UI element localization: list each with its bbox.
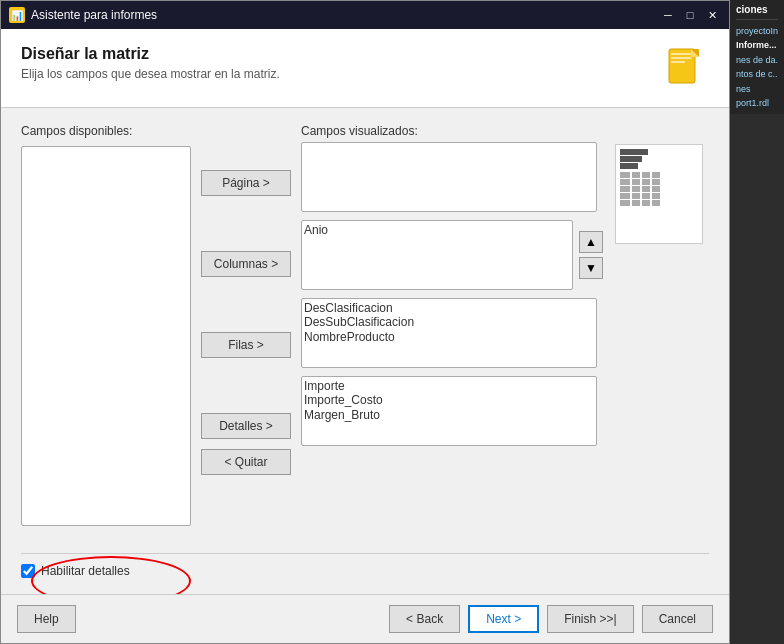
file-icon — [661, 45, 709, 93]
header-text: Diseñar la matriz Elija los campos que d… — [21, 45, 645, 81]
vs-item-2[interactable]: Informe... — [736, 38, 778, 52]
detalles-zone-row: Importe Importe_Costo Margen_Bruto — [301, 376, 609, 446]
vs-item-5[interactable]: nes — [736, 82, 778, 96]
columnas-list[interactable]: Anio — [301, 220, 573, 290]
finish-button[interactable]: Finish >>| — [547, 605, 633, 633]
header-icon-area — [661, 45, 709, 93]
next-button[interactable]: Next > — [468, 605, 539, 633]
filas-arrows — [597, 298, 609, 368]
close-button[interactable]: ✕ — [703, 6, 721, 24]
dialog-title: Asistente para informes — [31, 8, 157, 22]
columnas-up-button[interactable]: ▲ — [579, 231, 603, 253]
filas-list-container: DesClasificacion DesSubClasificacion Nom… — [301, 298, 597, 368]
columnas-arrows: ▲ ▼ — [573, 220, 609, 290]
columnas-zone-row: Anio ▲ ▼ — [301, 220, 609, 290]
dialog-icon: 📊 — [9, 7, 25, 23]
detalles-arrows — [597, 376, 609, 446]
cancel-button[interactable]: Cancel — [642, 605, 713, 633]
detalles-list[interactable]: Importe Importe_Costo Margen_Bruto — [301, 376, 597, 446]
header-section: Diseñar la matriz Elija los campos que d… — [1, 29, 729, 108]
svg-rect-1 — [671, 53, 691, 55]
right-panel: Campos visualizados: Anio — [301, 124, 609, 545]
enable-details-checkbox[interactable] — [21, 564, 35, 578]
filas-zone-row: DesClasificacion DesSubClasificacion Nom… — [301, 298, 609, 368]
svg-rect-2 — [671, 57, 691, 59]
pagina-list[interactable] — [301, 142, 597, 212]
pagina-list-container — [301, 142, 597, 212]
vs-item-6[interactable]: port1.rdl — [736, 96, 778, 110]
footer-right: < Back Next > Finish >>| Cancel — [389, 605, 713, 633]
maximize-button[interactable]: □ — [681, 6, 699, 24]
pagina-arrows — [597, 142, 609, 212]
detalles-list-container: Importe Importe_Costo Margen_Bruto — [301, 376, 597, 446]
vs-sidebar: ciones proyectoInf... Informe... nes de … — [730, 0, 784, 644]
available-fields-label: Campos disponibles: — [21, 124, 191, 138]
page-subtitle: Elija los campos que desea mostrar en la… — [21, 67, 645, 81]
vs-divider — [736, 19, 778, 20]
svg-rect-3 — [671, 61, 685, 63]
columnas-down-button[interactable]: ▼ — [579, 257, 603, 279]
main-dialog: 📊 Asistente para informes ─ □ ✕ Diseñar … — [0, 0, 730, 644]
vs-item-3[interactable]: nes de da... — [736, 53, 778, 67]
checkbox-area: Habilitar detalles — [21, 553, 709, 578]
matrix-preview-image — [615, 144, 703, 244]
preview-panel — [609, 124, 709, 545]
enable-details-label: Habilitar detalles — [41, 564, 130, 578]
filas-list[interactable]: DesClasificacion DesSubClasificacion Nom… — [301, 298, 597, 368]
help-button[interactable]: Help — [17, 605, 76, 633]
visualized-fields-label: Campos visualizados: — [301, 124, 609, 138]
columnas-list-container: Anio — [301, 220, 573, 290]
vs-item-4[interactable]: ntos de c... — [736, 67, 778, 81]
minimize-button[interactable]: ─ — [659, 6, 677, 24]
main-layout: Campos disponibles: Página > Columnas > … — [21, 124, 709, 545]
pagina-zone-row — [301, 142, 609, 212]
quitar-button[interactable]: < Quitar — [201, 449, 291, 475]
vs-item-1[interactable]: proyectoInf... — [736, 24, 778, 38]
footer-left: Help — [17, 605, 76, 633]
columnas-button[interactable]: Columnas > — [201, 251, 291, 277]
footer: Help < Back Next > Finish >>| Cancel — [1, 594, 729, 643]
middle-panel: Página > Columnas > Filas > Detalles > <… — [191, 124, 301, 545]
vs-panel-title: ciones — [736, 4, 778, 15]
available-fields-list[interactable] — [21, 146, 191, 526]
filas-button[interactable]: Filas > — [201, 332, 291, 358]
content-area: Campos disponibles: Página > Columnas > … — [1, 108, 729, 594]
title-bar: 📊 Asistente para informes ─ □ ✕ — [1, 1, 729, 29]
page-title: Diseñar la matriz — [21, 45, 645, 63]
window-controls: ─ □ ✕ — [659, 6, 721, 24]
back-button[interactable]: < Back — [389, 605, 460, 633]
detalles-button[interactable]: Detalles > — [201, 413, 291, 439]
pagina-button[interactable]: Página > — [201, 170, 291, 196]
title-bar-left: 📊 Asistente para informes — [9, 7, 157, 23]
vs-panel: ciones proyectoInf... Informe... nes de … — [730, 0, 784, 114]
left-panel: Campos disponibles: — [21, 124, 191, 545]
